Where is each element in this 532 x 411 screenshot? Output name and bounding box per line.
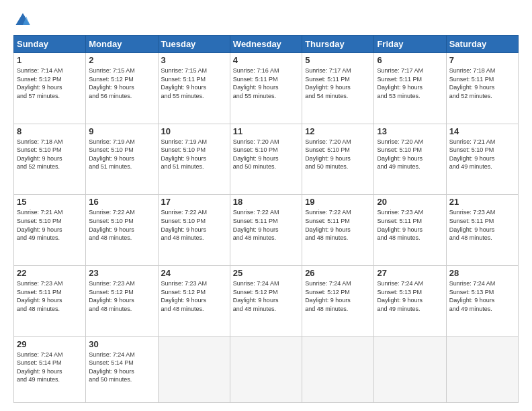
- day-number: 19: [305, 197, 371, 207]
- calendar-cell: 19Sunrise: 7:22 AM Sunset: 5:11 PM Dayli…: [302, 195, 374, 266]
- calendar-cell: 30Sunrise: 7:24 AM Sunset: 5:14 PM Dayli…: [86, 336, 158, 402]
- day-info: Sunrise: 7:24 AM Sunset: 5:14 PM Dayligh…: [89, 351, 154, 384]
- calendar-cell: 10Sunrise: 7:19 AM Sunset: 5:10 PM Dayli…: [158, 124, 230, 195]
- day-number: 4: [233, 55, 299, 65]
- day-info: Sunrise: 7:24 AM Sunset: 5:13 PM Dayligh…: [449, 279, 515, 313]
- week-row-4: 22Sunrise: 7:23 AM Sunset: 5:11 PM Dayli…: [14, 266, 519, 337]
- calendar-cell: 18Sunrise: 7:22 AM Sunset: 5:11 PM Dayli…: [230, 195, 302, 266]
- calendar-cell: 6Sunrise: 7:17 AM Sunset: 5:11 PM Daylig…: [374, 53, 446, 124]
- day-number: 21: [449, 197, 515, 207]
- day-info: Sunrise: 7:21 AM Sunset: 5:10 PM Dayligh…: [17, 208, 83, 242]
- calendar-cell: 27Sunrise: 7:24 AM Sunset: 5:13 PM Dayli…: [374, 266, 446, 337]
- day-number: 16: [89, 197, 154, 207]
- calendar-cell: 11Sunrise: 7:20 AM Sunset: 5:10 PM Dayli…: [230, 124, 302, 195]
- day-info: Sunrise: 7:24 AM Sunset: 5:12 PM Dayligh…: [305, 279, 371, 313]
- calendar-cell: 9Sunrise: 7:19 AM Sunset: 5:10 PM Daylig…: [86, 124, 158, 195]
- day-number: 18: [233, 197, 299, 207]
- day-number: 17: [161, 197, 227, 207]
- day-info: Sunrise: 7:15 AM Sunset: 5:11 PM Dayligh…: [161, 66, 227, 100]
- day-number: 29: [17, 339, 83, 349]
- day-info: Sunrise: 7:20 AM Sunset: 5:10 PM Dayligh…: [377, 138, 443, 171]
- calendar-cell: 22Sunrise: 7:23 AM Sunset: 5:11 PM Dayli…: [14, 266, 86, 337]
- weekday-friday: Friday: [374, 36, 446, 53]
- day-info: Sunrise: 7:15 AM Sunset: 5:12 PM Dayligh…: [89, 66, 154, 100]
- weekday-sunday: Sunday: [14, 36, 86, 53]
- day-info: Sunrise: 7:23 AM Sunset: 5:12 PM Dayligh…: [161, 279, 227, 313]
- day-number: 30: [89, 339, 154, 349]
- day-info: Sunrise: 7:24 AM Sunset: 5:13 PM Dayligh…: [377, 279, 443, 313]
- calendar-cell: 16Sunrise: 7:22 AM Sunset: 5:10 PM Dayli…: [86, 195, 158, 266]
- logo: [13, 11, 35, 30]
- calendar-cell: 13Sunrise: 7:20 AM Sunset: 5:10 PM Dayli…: [374, 124, 446, 195]
- day-info: Sunrise: 7:23 AM Sunset: 5:11 PM Dayligh…: [17, 279, 83, 313]
- day-number: 15: [17, 197, 83, 207]
- calendar-cell: 15Sunrise: 7:21 AM Sunset: 5:10 PM Dayli…: [14, 195, 86, 266]
- calendar-cell: 20Sunrise: 7:23 AM Sunset: 5:11 PM Dayli…: [374, 195, 446, 266]
- day-info: Sunrise: 7:20 AM Sunset: 5:10 PM Dayligh…: [305, 138, 371, 171]
- day-number: 1: [17, 55, 83, 65]
- page: SundayMondayTuesdayWednesdayThursdayFrid…: [0, 0, 532, 411]
- calendar-cell: 24Sunrise: 7:23 AM Sunset: 5:12 PM Dayli…: [158, 266, 230, 337]
- week-row-1: 1Sunrise: 7:14 AM Sunset: 5:12 PM Daylig…: [14, 53, 519, 124]
- calendar-cell: [230, 336, 302, 402]
- weekday-wednesday: Wednesday: [230, 36, 302, 53]
- calendar-cell: 29Sunrise: 7:24 AM Sunset: 5:14 PM Dayli…: [14, 336, 86, 402]
- calendar-cell: 8Sunrise: 7:18 AM Sunset: 5:10 PM Daylig…: [14, 124, 86, 195]
- day-info: Sunrise: 7:23 AM Sunset: 5:11 PM Dayligh…: [377, 208, 443, 242]
- calendar-cell: 28Sunrise: 7:24 AM Sunset: 5:13 PM Dayli…: [446, 266, 518, 337]
- day-info: Sunrise: 7:23 AM Sunset: 5:11 PM Dayligh…: [449, 208, 515, 242]
- weekday-thursday: Thursday: [302, 36, 374, 53]
- day-number: 13: [377, 126, 443, 136]
- day-info: Sunrise: 7:22 AM Sunset: 5:11 PM Dayligh…: [233, 208, 299, 242]
- day-number: 20: [377, 197, 443, 207]
- day-number: 6: [377, 55, 443, 65]
- calendar-cell: [302, 336, 374, 402]
- day-number: 28: [449, 268, 515, 278]
- header: [13, 11, 519, 30]
- day-number: 3: [161, 55, 227, 65]
- calendar-cell: 25Sunrise: 7:24 AM Sunset: 5:12 PM Dayli…: [230, 266, 302, 337]
- day-number: 22: [17, 268, 83, 278]
- calendar-cell: [446, 336, 518, 402]
- weekday-header-row: SundayMondayTuesdayWednesdayThursdayFrid…: [14, 36, 519, 53]
- calendar-cell: 23Sunrise: 7:23 AM Sunset: 5:12 PM Dayli…: [86, 266, 158, 337]
- day-info: Sunrise: 7:22 AM Sunset: 5:10 PM Dayligh…: [161, 208, 227, 242]
- calendar-cell: 7Sunrise: 7:18 AM Sunset: 5:11 PM Daylig…: [446, 53, 518, 124]
- day-info: Sunrise: 7:16 AM Sunset: 5:11 PM Dayligh…: [233, 66, 299, 100]
- day-number: 23: [89, 268, 154, 278]
- calendar-cell: 21Sunrise: 7:23 AM Sunset: 5:11 PM Dayli…: [446, 195, 518, 266]
- day-number: 7: [449, 55, 515, 65]
- day-number: 11: [233, 126, 299, 136]
- day-info: Sunrise: 7:17 AM Sunset: 5:11 PM Dayligh…: [305, 66, 371, 100]
- day-info: Sunrise: 7:18 AM Sunset: 5:10 PM Dayligh…: [17, 138, 83, 171]
- calendar-cell: 3Sunrise: 7:15 AM Sunset: 5:11 PM Daylig…: [158, 53, 230, 124]
- day-info: Sunrise: 7:14 AM Sunset: 5:12 PM Dayligh…: [17, 66, 83, 100]
- day-number: 5: [305, 55, 371, 65]
- week-row-5: 29Sunrise: 7:24 AM Sunset: 5:14 PM Dayli…: [14, 336, 519, 402]
- calendar-cell: 1Sunrise: 7:14 AM Sunset: 5:12 PM Daylig…: [14, 53, 86, 124]
- calendar-cell: 26Sunrise: 7:24 AM Sunset: 5:12 PM Dayli…: [302, 266, 374, 337]
- day-info: Sunrise: 7:21 AM Sunset: 5:10 PM Dayligh…: [449, 138, 515, 171]
- weekday-monday: Monday: [86, 36, 158, 53]
- day-number: 2: [89, 55, 154, 65]
- week-row-3: 15Sunrise: 7:21 AM Sunset: 5:10 PM Dayli…: [14, 195, 519, 266]
- day-info: Sunrise: 7:18 AM Sunset: 5:11 PM Dayligh…: [449, 66, 515, 100]
- calendar-cell: [374, 336, 446, 402]
- logo-icon: [13, 11, 32, 30]
- day-info: Sunrise: 7:17 AM Sunset: 5:11 PM Dayligh…: [377, 66, 443, 100]
- day-number: 25: [233, 268, 299, 278]
- weekday-tuesday: Tuesday: [158, 36, 230, 53]
- day-number: 26: [305, 268, 371, 278]
- day-info: Sunrise: 7:22 AM Sunset: 5:10 PM Dayligh…: [89, 208, 154, 242]
- calendar-cell: 4Sunrise: 7:16 AM Sunset: 5:11 PM Daylig…: [230, 53, 302, 124]
- day-info: Sunrise: 7:22 AM Sunset: 5:11 PM Dayligh…: [305, 208, 371, 242]
- day-number: 12: [305, 126, 371, 136]
- day-info: Sunrise: 7:19 AM Sunset: 5:10 PM Dayligh…: [89, 138, 154, 171]
- day-info: Sunrise: 7:24 AM Sunset: 5:14 PM Dayligh…: [17, 351, 83, 384]
- calendar-cell: 2Sunrise: 7:15 AM Sunset: 5:12 PM Daylig…: [86, 53, 158, 124]
- day-info: Sunrise: 7:19 AM Sunset: 5:10 PM Dayligh…: [161, 138, 227, 171]
- day-number: 8: [17, 126, 83, 136]
- day-info: Sunrise: 7:24 AM Sunset: 5:12 PM Dayligh…: [233, 279, 299, 313]
- day-number: 14: [449, 126, 515, 136]
- weekday-saturday: Saturday: [446, 36, 518, 53]
